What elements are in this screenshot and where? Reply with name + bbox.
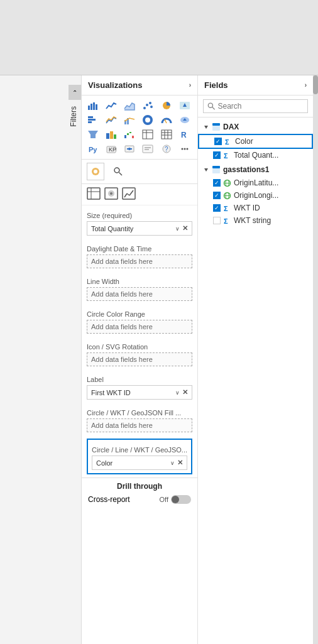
viz-icon-qna[interactable]: ? — [158, 142, 175, 156]
daylight-placeholder: Add data fields here — [91, 258, 153, 265]
viz-icon-py-visual[interactable]: Py — [85, 142, 101, 156]
right-scrollbar-thumb[interactable] — [313, 75, 318, 94]
viz-build-format-icon[interactable] — [104, 187, 118, 202]
cross-report-row: Cross-report Off — [88, 493, 191, 506]
label-dropdown-arrow[interactable]: ∨ — [175, 390, 180, 396]
tree-item-origin-lon[interactable]: OriginLongi... — [198, 189, 313, 202]
svg-point-50 — [184, 148, 185, 150]
highlighted-color-drop-filled[interactable]: Color ∨ ✕ — [92, 456, 187, 470]
svg-marker-68 — [204, 126, 208, 129]
svg-line-65 — [129, 190, 133, 195]
svg-point-7 — [150, 106, 153, 108]
total-quant-checkbox[interactable] — [213, 151, 221, 159]
top-bar — [0, 0, 318, 75]
icon-svg-rotation-drop[interactable]: Add data fields here — [87, 352, 192, 366]
viz-icon-multiline[interactable] — [103, 113, 119, 127]
highlighted-color-remove-button[interactable]: ✕ — [177, 459, 183, 467]
fields-search-box[interactable] — [203, 99, 308, 113]
viz-icon-pie[interactable] — [158, 99, 175, 112]
fields-search-icon — [207, 102, 215, 111]
viz-icon-slicer[interactable] — [121, 142, 138, 156]
circle-color-range-section: Circle Color Range Add data fields here — [82, 304, 197, 337]
viz-icon-donut[interactable] — [140, 113, 156, 127]
viz-icon-map[interactable] — [177, 99, 193, 112]
cross-report-toggle[interactable] — [171, 495, 191, 504]
viz-icon-more[interactable] — [177, 142, 193, 156]
viz-search-icon[interactable] — [109, 163, 127, 180]
circle-color-range-label: Circle Color Range — [87, 310, 192, 318]
highlighted-color-dropdown-arrow[interactable]: ∨ — [170, 460, 175, 466]
viz-build-analytics-icon[interactable] — [122, 187, 136, 202]
size-value: Total Quantity — [91, 225, 133, 232]
tree-item-wkt-string[interactable]: Σ WKT string — [198, 214, 313, 227]
wkt-id-sigma-icon: Σ — [223, 204, 231, 212]
origin-lon-checkbox[interactable] — [213, 192, 221, 199]
cross-report-toggle-thumb — [172, 496, 179, 503]
wkt-id-checkbox[interactable] — [213, 204, 221, 212]
tree-item-wkt-id[interactable]: Σ WKT ID — [198, 202, 313, 214]
viz-icon-matrix[interactable] — [158, 128, 175, 141]
origin-lat-checkbox[interactable] — [213, 179, 221, 187]
daylight-drop[interactable]: Add data fields here — [87, 254, 192, 268]
tree-group-dax-header[interactable]: DAX — [198, 120, 313, 134]
svg-rect-24 — [114, 134, 116, 139]
viz-icon-scatter[interactable] — [140, 99, 156, 112]
svg-text:KPI: KPI — [109, 146, 117, 153]
circle-wkt-geojson-fill-placeholder: Add data fields here — [91, 422, 153, 429]
wkt-id-field-name: WKT ID — [234, 204, 260, 212]
viz-icon-hbar[interactable] — [85, 113, 101, 127]
filters-toggle-button[interactable]: ⌃ — [69, 85, 81, 100]
viz-icon-bar[interactable] — [85, 99, 101, 112]
svg-text:Py: Py — [89, 146, 97, 153]
total-quant-sigma-icon: Σ — [223, 151, 231, 160]
viz-icon-ribbon[interactable] — [103, 128, 119, 141]
wkt-string-field-name: WKT string — [234, 216, 271, 225]
svg-text:Σ: Σ — [225, 138, 229, 146]
tree-item-origin-lat[interactable]: OriginLatitu... — [198, 177, 313, 189]
daylight-section: Daylight Date & Time Add data fields her… — [82, 239, 197, 271]
label-section: Label First WKT ID ∨ ✕ — [82, 369, 197, 403]
viz-custom-icon[interactable] — [87, 163, 104, 180]
size-label: Size (required) — [87, 212, 192, 219]
color-checkbox[interactable] — [214, 138, 222, 145]
svg-rect-62 — [123, 188, 135, 199]
line-width-drop[interactable]: Add data fields here — [87, 287, 192, 301]
size-dropdown-arrow[interactable]: ∨ — [175, 226, 180, 232]
label-remove-button[interactable]: ✕ — [182, 388, 188, 396]
viz-icon-funnel[interactable] — [85, 128, 101, 141]
viz-icon-gauge[interactable] — [158, 113, 175, 127]
viz-icon-textbox[interactable] — [140, 142, 156, 156]
visualizations-expand-arrow[interactable]: › — [189, 82, 191, 89]
origin-lat-field-name: OriginLatitu... — [234, 178, 278, 187]
viz-icon-filled-map[interactable] — [177, 113, 193, 127]
tree-group-dax: DAX Σ Color Σ Total Quant... — [198, 120, 313, 161]
tree-item-total-quant[interactable]: Σ Total Quant... — [198, 149, 313, 161]
filters-label: Filters — [69, 106, 78, 127]
viz-icon-combo[interactable] — [121, 113, 138, 127]
right-scrollbar[interactable] — [313, 75, 318, 644]
data-fields-scroll: Size (required) Total Quantity ∨ ✕ Dayli… — [82, 184, 197, 644]
viz-build-fields-icon[interactable] — [87, 187, 101, 202]
fields-search-input[interactable] — [217, 102, 304, 111]
circle-wkt-geojson-fill-drop[interactable]: Add data fields here — [87, 418, 192, 432]
svg-text:Σ: Σ — [224, 217, 228, 225]
svg-line-18 — [165, 119, 167, 123]
size-remove-button[interactable]: ✕ — [182, 224, 188, 232]
fields-expand-arrow[interactable]: › — [305, 82, 307, 89]
viz-icon-r-visual[interactable]: R — [177, 128, 193, 141]
viz-icon-waterfall[interactable] — [121, 128, 138, 141]
viz-icon-kpi[interactable]: KPI — [103, 142, 119, 156]
circle-color-range-drop[interactable]: Add data fields here — [87, 320, 192, 334]
size-drop-filled[interactable]: Total Quantity ∨ ✕ — [87, 221, 192, 236]
fields-tree: DAX Σ Color Σ Total Quant... — [198, 117, 313, 644]
wkt-string-checkbox[interactable] — [213, 217, 221, 224]
viz-icon-area[interactable] — [121, 99, 138, 112]
svg-text:?: ? — [165, 146, 168, 153]
viz-icon-table[interactable] — [140, 128, 156, 141]
label-drop-filled[interactable]: First WKT ID ∨ ✕ — [87, 385, 192, 400]
viz-icon-line[interactable] — [103, 99, 119, 112]
tree-item-color[interactable]: Σ Color — [198, 134, 313, 149]
tree-group-gasstations-header[interactable]: gasstations1 — [198, 163, 313, 177]
color-field-name: Color — [235, 137, 253, 146]
dax-table-icon — [212, 123, 221, 131]
